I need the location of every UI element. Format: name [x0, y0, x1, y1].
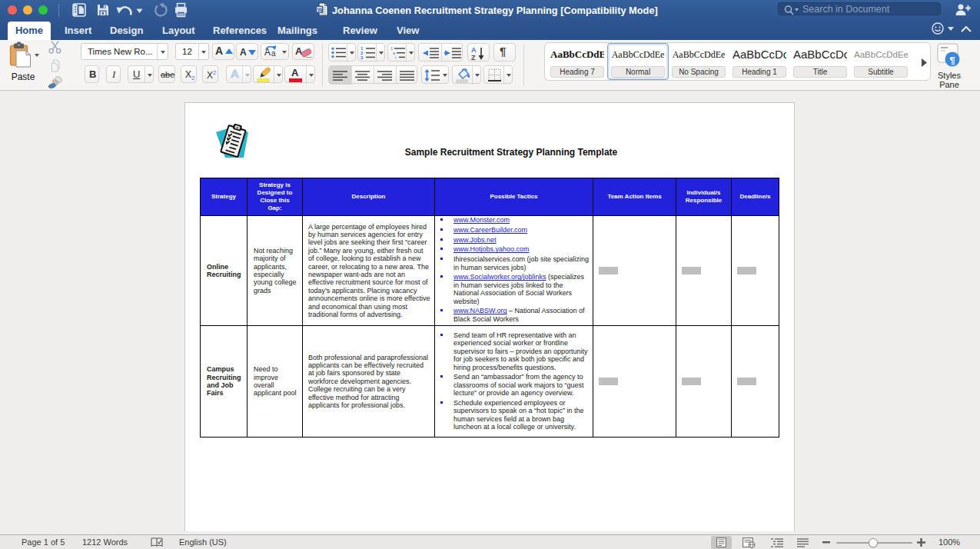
svg-text:W: W — [317, 6, 324, 13]
svg-text:Z: Z — [471, 54, 476, 61]
svg-text:¶: ¶ — [950, 55, 955, 66]
svg-text:A: A — [471, 46, 477, 54]
svg-text:i: i — [395, 55, 396, 59]
svg-text:3: 3 — [360, 55, 364, 59]
